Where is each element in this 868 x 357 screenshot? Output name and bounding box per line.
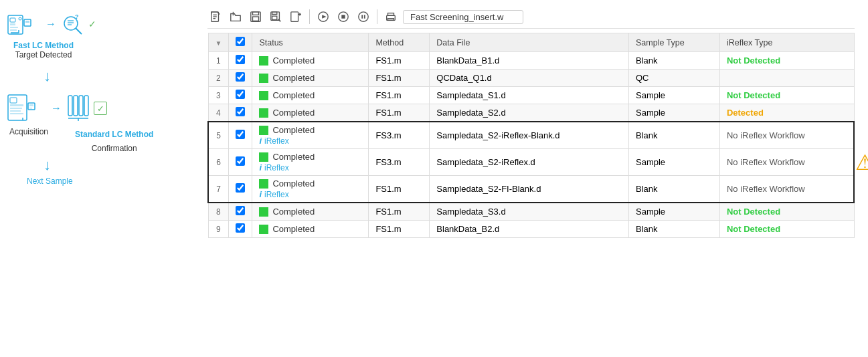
row-sampletype-cell: Sample xyxy=(629,87,720,104)
ireflex-label: iReflex xyxy=(264,163,289,172)
sample-table: ▼ Status Method Data File Sample Type iR… xyxy=(207,33,855,238)
row-checkbox[interactable] xyxy=(236,72,245,82)
svg-rect-24 xyxy=(29,104,33,106)
row-ireflextype-cell: No iReflex Workflow xyxy=(719,149,854,176)
row-checkbox-cell xyxy=(229,52,252,70)
svg-rect-52 xyxy=(364,15,365,18)
svg-marker-47 xyxy=(322,15,326,18)
row-number: 1 xyxy=(208,52,229,70)
row-checkbox[interactable] xyxy=(236,130,245,139)
row-ireflextype-cell: Not Detected xyxy=(719,87,854,104)
new-icon[interactable] xyxy=(207,9,224,24)
pause-icon[interactable] xyxy=(355,9,371,24)
row-checkbox[interactable] xyxy=(236,223,245,233)
status-content: Completed xyxy=(259,207,361,217)
row-method-cell: FS1.m xyxy=(369,52,430,70)
status-indicator-icon xyxy=(259,56,268,66)
status-content: Completed xyxy=(259,152,361,162)
print-icon[interactable] xyxy=(383,9,399,24)
table-row: 5CompletediiReflexFS3.mSampledata_S2-iRe… xyxy=(208,122,854,149)
svg-rect-25 xyxy=(29,108,32,109)
col-status: Status xyxy=(252,33,369,52)
stop-icon[interactable] xyxy=(335,9,351,24)
svg-line-11 xyxy=(76,28,82,34)
row-datafile-cell: BlankData_B1.d xyxy=(430,52,629,70)
fast-lc-block: → ? ✓ Fast LC Method Target Detected xyxy=(7,10,201,60)
workflow-panel: → ? ✓ Fast LC Method Target Detected ↓ xyxy=(0,0,201,357)
arrow-down-1: ↓ xyxy=(44,69,201,84)
row-status-cell: Completed xyxy=(252,87,369,104)
toolbar-sep-1 xyxy=(309,9,310,24)
instrument-icon xyxy=(7,10,41,38)
row-sampletype-cell: Blank xyxy=(629,52,720,70)
svg-rect-17 xyxy=(10,98,17,103)
analysis-icon: ? xyxy=(60,13,86,35)
row-checkbox[interactable] xyxy=(236,206,245,215)
svg-rect-2 xyxy=(10,23,15,25)
row-checkbox[interactable] xyxy=(236,107,245,116)
col-sampletype: Sample Type xyxy=(629,33,720,52)
status-text: Completed xyxy=(272,90,315,100)
status-content: Completed xyxy=(259,90,361,100)
table-row: 9CompletedFS1.mBlankData_B2.dBlankNot De… xyxy=(208,221,854,238)
filename-text: Fast Screening_insert.w xyxy=(410,12,503,22)
status-text: Completed xyxy=(272,73,315,83)
svg-rect-1 xyxy=(10,18,15,22)
ireflex-i-icon: i xyxy=(259,162,262,172)
col-checkbox xyxy=(229,33,252,52)
svg-rect-39 xyxy=(253,17,259,21)
row-number: 6 xyxy=(208,149,229,176)
ireflex-row: iiReflex xyxy=(259,189,361,199)
saveas-icon[interactable] xyxy=(268,9,284,24)
row-sampletype-cell: Sample xyxy=(629,203,720,221)
status-indicator-icon xyxy=(259,126,268,135)
row-status-cell: Completed xyxy=(252,221,369,238)
row-checkbox-cell xyxy=(229,122,252,149)
svg-line-43 xyxy=(278,19,281,22)
row-number: 7 xyxy=(208,176,229,203)
row-status-cell: CompletediiReflex xyxy=(252,122,369,149)
row-checkbox[interactable] xyxy=(236,183,245,193)
row-datafile-cell: QCData_Q1.d xyxy=(430,70,629,87)
row-ireflextype-cell: Detected xyxy=(719,104,854,122)
row-checkbox[interactable] xyxy=(236,90,245,99)
row-ireflextype-cell xyxy=(719,70,854,87)
play-icon[interactable] xyxy=(315,9,331,24)
select-all-checkbox[interactable] xyxy=(236,37,245,46)
status-content: Completed xyxy=(259,224,361,234)
svg-rect-38 xyxy=(253,12,259,15)
table-row: 6CompletediiReflexFS3.mSampledata_S2-iRe… xyxy=(208,149,854,176)
row-checkbox[interactable] xyxy=(236,156,245,166)
toolbar: Fast Screening_insert.w xyxy=(207,7,855,29)
row-datafile-cell: Sampledata_S2-FI-Blank.d xyxy=(430,176,629,203)
row-checkbox-cell xyxy=(229,70,252,87)
ireflex-i-icon: i xyxy=(259,136,262,146)
row-checkbox-cell xyxy=(229,149,252,176)
row-checkbox[interactable] xyxy=(236,55,245,64)
save-icon[interactable] xyxy=(248,9,264,24)
svg-rect-54 xyxy=(388,13,394,16)
row-ireflextype-cell: No iReflex Workflow xyxy=(719,122,854,149)
row-datafile-cell: Sampledata_S1.d xyxy=(430,87,629,104)
confirmation-check: ✓ xyxy=(94,102,107,115)
row-number: 5 xyxy=(208,122,229,149)
status-indicator-icon xyxy=(259,74,268,83)
acquisition-block: → ✓ Acquisition Standard LC Method Confi… xyxy=(7,90,201,155)
status-content: Completed xyxy=(259,178,361,189)
svg-rect-28 xyxy=(79,96,83,116)
row-sampletype-cell: QC xyxy=(629,70,720,87)
table-row: 2CompletedFS1.mQCData_Q1.dQC xyxy=(208,70,854,87)
acquisition-instrument-icon xyxy=(7,92,47,124)
ireflex-label: iReflex xyxy=(264,136,289,146)
open-icon[interactable] xyxy=(228,9,244,24)
row-method-cell: FS1.m xyxy=(369,203,430,221)
export-icon[interactable] xyxy=(288,9,304,24)
sort-icon: ▼ xyxy=(215,39,222,47)
svg-rect-49 xyxy=(341,15,345,18)
row-datafile-cell: Sampledata_S3.d xyxy=(430,203,629,221)
row-datafile-cell: BlankData_B2.d xyxy=(430,221,629,238)
row-status-cell: Completed xyxy=(252,70,369,87)
row-number: 9 xyxy=(208,221,229,238)
svg-rect-26 xyxy=(68,96,72,116)
table-row: 1CompletedFS1.mBlankData_B1.dBlankNot De… xyxy=(208,52,854,70)
